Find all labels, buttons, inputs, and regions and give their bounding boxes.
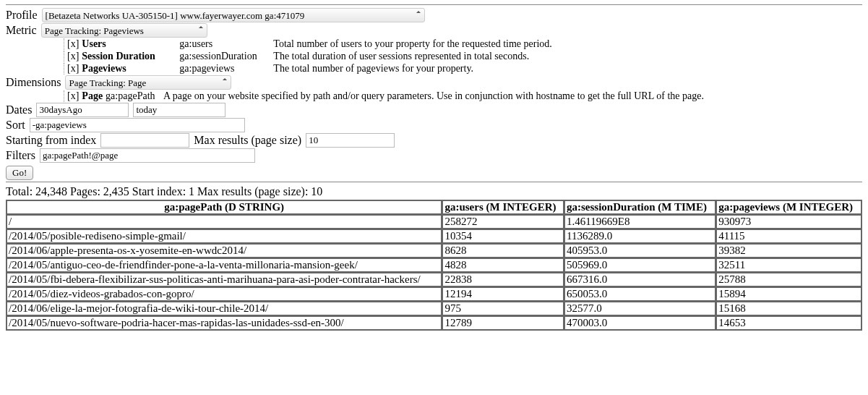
table-cell: /2014/05/nuevo-software-podria-hacer-mas…	[7, 316, 442, 330]
table-cell: 667316.0	[564, 273, 716, 286]
table-cell: /2014/05/posible-rediseno-simple-gmail/	[7, 229, 442, 243]
table-cell: /2014/06/apple-presenta-os-x-yosemite-en…	[7, 244, 442, 258]
table-row: /2014/06/apple-presenta-os-x-yosemite-en…	[7, 244, 861, 258]
table-cell: /2014/06/elige-la-mejor-fotografia-de-wi…	[7, 302, 442, 315]
results-table: ga:pagePath (D STRING) ga:users (M INTEG…	[6, 200, 862, 331]
table-cell: 258272	[442, 215, 564, 229]
table-cell: 22838	[442, 273, 564, 286]
table-header: ga:pagePath (D STRING)	[7, 200, 442, 214]
table-cell: 470003.0	[564, 316, 716, 330]
metric-checkbox[interactable]: [x]	[67, 63, 79, 75]
table-row: /2014/06/elige-la-mejor-fotografia-de-wi…	[7, 302, 861, 315]
dimension-checkbox[interactable]: [x]	[67, 90, 79, 102]
table-header: ga:sessionDuration (M TIME)	[564, 200, 716, 214]
table-cell: 505969.0	[564, 258, 716, 272]
max-results-label: Max results (page size)	[194, 134, 301, 147]
table-cell: 1136289.0	[564, 229, 716, 243]
table-cell: 32511	[716, 258, 861, 272]
table-header-row: ga:pagePath (D STRING) ga:users (M INTEG…	[7, 200, 861, 214]
dimension-item: [x] Page ga:pagePath A page on your webs…	[64, 90, 862, 102]
table-cell: /	[7, 215, 442, 229]
filters-input[interactable]	[40, 148, 255, 163]
metric-checkbox[interactable]: [x]	[67, 51, 79, 62]
table-cell: 32577.0	[564, 302, 716, 315]
date-from-input[interactable]	[36, 103, 129, 117]
table-header: ga:users (M INTEGER)	[442, 200, 564, 214]
dates-label: Dates	[6, 103, 32, 116]
table-header: ga:pageviews (M INTEGER)	[716, 200, 861, 214]
table-cell: 25788	[716, 273, 861, 286]
dimensions-label: Dimensions	[6, 76, 61, 89]
table-cell: 4828	[442, 258, 564, 272]
go-button[interactable]: Go!	[6, 166, 33, 180]
table-row: /2014/05/diez-videos-grabados-con-gopro/…	[7, 287, 861, 301]
table-cell: /2014/05/fbi-debera-flexibilizar-sus-pol…	[7, 273, 442, 286]
metric-label: Metric	[6, 24, 37, 37]
metric-checkbox[interactable]: [x]	[67, 38, 79, 50]
table-row: /2014/05/fbi-debera-flexibilizar-sus-pol…	[7, 273, 861, 286]
table-cell: 12789	[442, 316, 564, 330]
table-cell: 12194	[442, 287, 564, 301]
table-cell: 15894	[716, 287, 861, 301]
metric-item: [x] Users ga:users Total number of users…	[64, 38, 862, 50]
sort-input[interactable]	[30, 118, 245, 132]
table-cell: /2014/05/diez-videos-grabados-con-gopro/	[7, 287, 442, 301]
table-cell: 10354	[442, 229, 564, 243]
table-row: /2582721.46119669E8930973	[7, 215, 861, 229]
table-cell: 930973	[716, 215, 861, 229]
start-index-label: Starting from index	[6, 134, 96, 147]
table-cell: 650053.0	[564, 287, 716, 301]
table-cell: 975	[442, 302, 564, 315]
table-cell: 15168	[716, 302, 861, 315]
sort-label: Sort	[6, 119, 25, 132]
table-cell: 1.46119669E8	[564, 215, 716, 229]
table-row: /2014/05/antiguo-ceo-de-friendfinder-pon…	[7, 258, 861, 272]
max-results-input[interactable]	[306, 133, 395, 148]
profile-label: Profile	[6, 9, 38, 22]
table-row: /2014/05/nuevo-software-podria-hacer-mas…	[7, 316, 861, 330]
metric-select[interactable]: Page Tracking: Pageviews	[41, 23, 207, 38]
table-cell: 405953.0	[564, 244, 716, 258]
filters-label: Filters	[6, 149, 35, 162]
table-cell: 8628	[442, 244, 564, 258]
dimensions-select[interactable]: Page Tracking: Page	[65, 75, 231, 90]
metric-item: [x] Pageviews ga:pageviews The total num…	[64, 63, 862, 75]
table-cell: 39382	[716, 244, 861, 258]
profile-select[interactable]: [Betazeta Networks UA-305150-1] www.faye…	[42, 8, 425, 22]
start-index-input[interactable]	[100, 133, 189, 148]
date-to-input[interactable]	[133, 103, 225, 117]
table-cell: 41115	[716, 229, 861, 243]
results-summary: Total: 24,348 Pages: 2,435 Start index: …	[6, 185, 862, 198]
metric-item: [x] Session Duration ga:sessionDuration …	[64, 51, 862, 62]
table-row: /2014/05/posible-rediseno-simple-gmail/1…	[7, 229, 861, 243]
table-cell: /2014/05/antiguo-ceo-de-friendfinder-pon…	[7, 258, 442, 272]
table-cell: 14653	[716, 316, 861, 330]
